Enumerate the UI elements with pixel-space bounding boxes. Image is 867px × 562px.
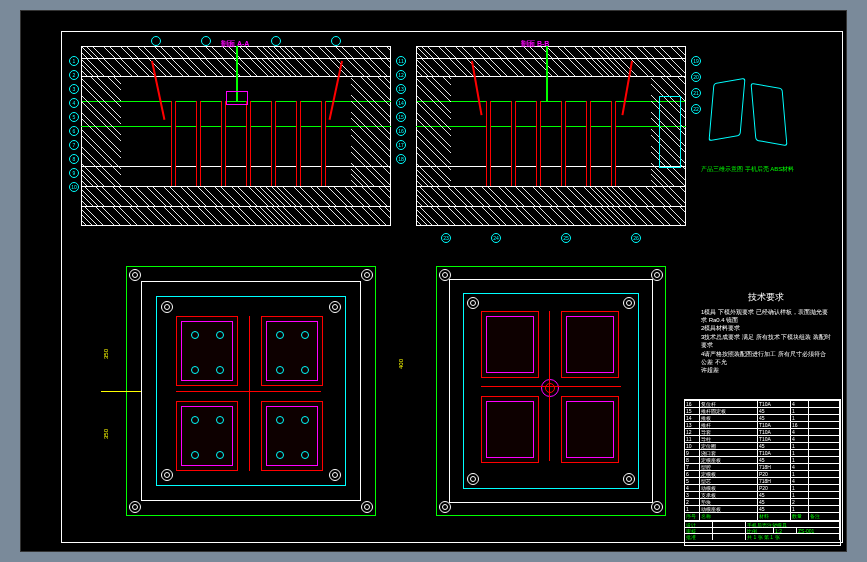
dimension-label: 350 — [103, 429, 109, 439]
title-block-main: 设计 手机后壳注塑模具 审核 比例 1:2 ZS-001 批准 共 1 张 第 … — [685, 520, 840, 545]
tech-req-title: 技术要求 — [701, 291, 831, 304]
phone-shell-iso-1 — [709, 78, 746, 142]
iso-caption: 产品三维示意图 手机后壳 ABS材料 — [701, 166, 821, 173]
section-view-b — [416, 46, 686, 226]
section-label-b: 剖面 B-B — [521, 39, 549, 49]
title-block: 16复位杆T10A4 15推杆固定板451 14推板451 13推杆T10A16… — [684, 399, 841, 546]
phone-shell-iso-2 — [751, 83, 788, 147]
plan-view-fixed — [431, 261, 671, 521]
dimension-label: 400 — [398, 359, 404, 369]
isometric-product-view — [711, 81, 811, 161]
tech-req-line: 3技术总成要求 满足 所有技术 下模块组装 装配时要求 — [701, 333, 831, 350]
technical-requirements: 技术要求 1模具 下模外观要求 已经确认样板，表面抛光要求 Ra0.4 镜面 2… — [701, 291, 831, 375]
cad-canvas: 剖面 A-A 1 2 3 4 5 6 7 8 9 10 11 12 13 14 … — [20, 10, 847, 552]
tech-req-line: 1模具 下模外观要求 已经确认样板，表面抛光要求 Ra0.4 镜面 — [701, 308, 831, 325]
section-view-a — [81, 46, 391, 226]
tech-req-line: 许超差 — [701, 366, 831, 374]
dimension-label: 350 — [103, 349, 109, 359]
tech-req-line: 4请严格按照装配图进行加工 所有尺寸必须符合公差 不允 — [701, 350, 831, 367]
section-label-a: 剖面 A-A — [221, 39, 249, 49]
plan-view-moving — [121, 261, 381, 521]
tech-req-line: 2模具材料要求 — [701, 324, 831, 332]
